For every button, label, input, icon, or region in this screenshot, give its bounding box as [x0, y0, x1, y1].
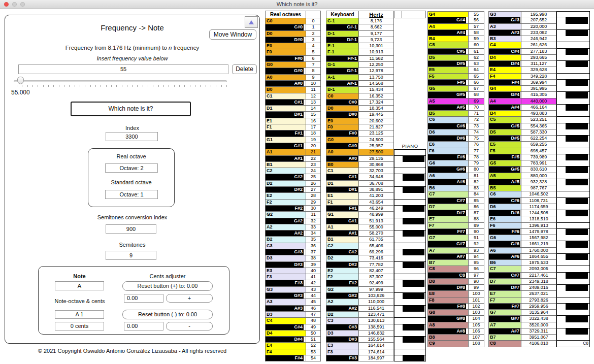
- semitones-field: 9: [106, 251, 156, 260]
- keyboard-cell: A-1: [326, 75, 358, 81]
- plus-cents-input[interactable]: 0.00: [124, 294, 163, 303]
- index-cell: 59: [468, 36, 484, 42]
- index-cell: 69: [468, 98, 484, 105]
- index-cell: 11: [306, 87, 321, 93]
- keyboard-cell: F-1: [326, 49, 358, 55]
- delete-button[interactable]: Delete: [232, 64, 257, 74]
- note-cell: D4: [265, 330, 306, 337]
- hertz-cell: 1864,655: [521, 254, 556, 260]
- piano-empty: [394, 31, 426, 37]
- move-window-button[interactable]: Move Window: [209, 29, 256, 40]
- sharp-key-bar: F#3: [326, 355, 358, 361]
- keyboard-cell: E2: [326, 268, 358, 274]
- index-cell: 50: [306, 330, 321, 337]
- column-gap: [484, 216, 488, 222]
- keyboard-cell: F2: [326, 274, 358, 280]
- column-gap: [484, 105, 488, 111]
- hertz-cell: 38,891: [358, 187, 394, 193]
- piano-black-key: [556, 154, 590, 160]
- index-cell: 73: [468, 123, 484, 129]
- table-row: C#113C#017,324: [265, 100, 426, 106]
- keyboard-cell: A#7: [488, 328, 521, 335]
- insert-frequency-label: Insert frequency value below: [5, 55, 259, 61]
- slider-tick: [195, 85, 195, 87]
- table-row: A233A155,000: [265, 224, 426, 230]
- piano-black-key: [394, 280, 426, 286]
- which-note-button[interactable]: Which note is it?: [71, 102, 191, 116]
- index-cell: 103: [468, 310, 484, 316]
- slider-tick: [22, 85, 22, 87]
- hertz-cell: 195,998: [521, 11, 556, 17]
- hertz-cell: 4186,010: [521, 341, 556, 347]
- keyboard-cell: G#4: [488, 92, 521, 98]
- column-gap: [321, 162, 326, 168]
- sharp-key-bar: G#6: [489, 241, 520, 247]
- column-gap: [484, 229, 488, 235]
- index-cell: 14: [306, 106, 321, 112]
- hertz-cell: 9,723: [358, 37, 394, 43]
- sharp-key-bar: G#8: [428, 316, 466, 321]
- piano-white-key: [394, 287, 426, 293]
- index-cell: 15: [306, 112, 321, 118]
- index-cell: 43: [306, 287, 321, 293]
- note-cell: B5: [427, 111, 468, 117]
- minus-cents-input[interactable]: 0.00: [124, 322, 163, 330]
- index-cell: 66: [468, 80, 484, 86]
- plus-button[interactable]: +: [166, 294, 213, 303]
- hertz-cell: 123,471: [358, 312, 394, 318]
- note-cell: D7: [427, 204, 468, 210]
- column-gap: [321, 280, 326, 286]
- frequency-slider-thumb[interactable]: [17, 77, 24, 84]
- hertz-cell: 329,628: [521, 67, 556, 73]
- keyboard-cell: A0: [326, 149, 358, 155]
- piano-white-key: [394, 212, 426, 218]
- hertz-cell: 493,883: [521, 111, 556, 117]
- piano-black-key: [394, 218, 426, 224]
- hertz-cell: 207,652: [521, 17, 556, 23]
- reset-plus-button[interactable]: Reset button (+) to: 0.00: [122, 281, 213, 291]
- column-gap: [484, 328, 488, 335]
- note-cell: C#7: [427, 198, 468, 204]
- column-gap: [321, 312, 326, 318]
- sharp-key-bar: F#1: [326, 206, 358, 211]
- column-gap: [321, 24, 326, 30]
- column-gap: [321, 337, 326, 343]
- sharp-key-bar: A#3: [489, 30, 520, 36]
- note-cell: G#3: [265, 293, 306, 299]
- table-row: F789F61396,913: [427, 223, 590, 229]
- piano-black-key: [394, 293, 426, 299]
- table-row: G#120G#025,957PIANO: [265, 143, 426, 149]
- hertz-cell: 16,352: [358, 93, 394, 100]
- note-group-box: Note Cents adjuster A Reset button (+) t…: [38, 266, 229, 335]
- index-cell: 25: [306, 174, 321, 180]
- frequency-input[interactable]: 55: [18, 64, 228, 74]
- table-row: C00C-18,176: [265, 18, 426, 24]
- frequency-slider-track[interactable]: [14, 80, 227, 82]
- note-cell: D3: [265, 255, 306, 261]
- index-cell: 33: [306, 224, 321, 230]
- index-cell: 35: [306, 237, 321, 243]
- piano-white-key: [394, 299, 426, 305]
- column-gap: [484, 235, 488, 241]
- table-row: A#682A#5932,328: [427, 179, 590, 185]
- note-cell: F1: [265, 124, 306, 130]
- collapse-button[interactable]: [245, 16, 258, 28]
- index-cell: 51: [306, 337, 321, 343]
- piano-white-key: [556, 310, 590, 316]
- note-cell: D8: [427, 279, 468, 285]
- piano-white-key: [394, 349, 426, 355]
- hertz-cell: 220,000: [521, 24, 556, 30]
- piano-empty: [394, 18, 426, 24]
- table-row: D#339D#277,782: [265, 262, 426, 268]
- sharp-key-bar: D#0: [326, 112, 358, 117]
- column-gap: [321, 62, 326, 68]
- slider-tick: [158, 85, 159, 87]
- hertz-cell: 739,989: [521, 154, 556, 160]
- minus-button[interactable]: -: [166, 322, 213, 330]
- index-cell: 21: [306, 149, 321, 155]
- reset-minus-button[interactable]: Reset button (-) to: 0.00: [122, 310, 213, 319]
- keyboard-cell: D0: [326, 106, 358, 112]
- hertz-cell: 164,814: [358, 343, 394, 349]
- keyboard-cell: D1: [326, 181, 358, 187]
- slider-tick: [153, 85, 153, 87]
